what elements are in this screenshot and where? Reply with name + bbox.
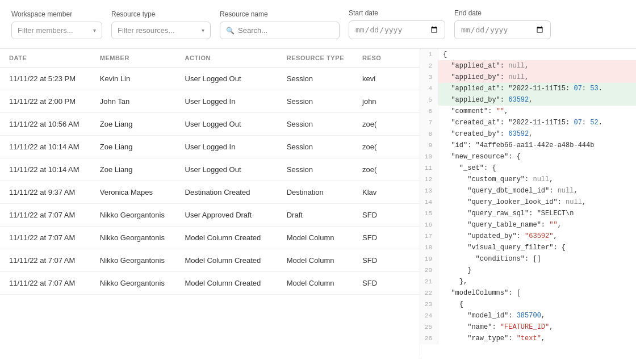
- json-line-content: "applied_at": "2022-11-11T15: 07: 53.: [438, 83, 636, 94]
- json-line-content: "query_raw_sql": "SELECT\n: [438, 208, 636, 219]
- json-line: 2 "applied_at": null,: [420, 60, 636, 72]
- table-row[interactable]: 11/11/22 at 7:07 AM Nikko Georgantonis M…: [0, 227, 420, 249]
- json-line-content: "updated_by": "63592",: [438, 231, 636, 242]
- cell-member: Nikko Georgantonis: [91, 227, 176, 249]
- resource-type-filter: Resource type Filter resources... ▾: [111, 10, 211, 39]
- cell-action: User Logged Out: [176, 113, 278, 136]
- json-lines: 1{2 "applied_at": null,3 "applied_by": n…: [420, 49, 636, 344]
- cell-resource-name: zoe(: [353, 113, 420, 136]
- json-line: 11 "_set": {: [420, 162, 636, 174]
- resource-name-input[interactable]: [238, 26, 333, 35]
- json-line-number: 20: [420, 265, 438, 276]
- start-date-filter: Start date: [349, 9, 445, 39]
- cell-resource-name: SFD: [353, 272, 420, 295]
- json-line: 18 "visual_query_filter": {: [420, 242, 636, 253]
- col-header-resource-name: RESO: [353, 49, 420, 68]
- resource-name-label: Resource name: [220, 10, 340, 18]
- json-line: 3 "applied_by": null,: [420, 72, 636, 83]
- cell-resource-name: SFD: [353, 249, 420, 272]
- json-line-content: "conditions": []: [438, 253, 636, 265]
- json-line-number: 3: [420, 72, 438, 83]
- col-header-resource-type: RESOURCE TYPE: [278, 49, 353, 68]
- cell-action: User Approved Draft: [176, 204, 278, 227]
- resource-type-select[interactable]: Filter resources... ▾: [111, 22, 211, 39]
- cell-date: 11/11/22 at 7:07 AM: [0, 204, 91, 227]
- json-line: 23 {: [420, 299, 636, 310]
- json-line-content: "model_id": 385700,: [438, 310, 636, 321]
- table-row[interactable]: 11/11/22 at 10:14 AM Zoe Liang User Logg…: [0, 136, 420, 158]
- json-line-number: 5: [420, 94, 438, 106]
- resource-name-input-wrapper: 🔍: [220, 22, 340, 39]
- table-row[interactable]: 11/11/22 at 10:56 AM Zoe Liang User Logg…: [0, 113, 420, 136]
- cell-member: John Tan: [91, 90, 176, 113]
- json-line-number: 12: [420, 174, 438, 185]
- json-line-content: "name": "FEATURE_ID",: [438, 321, 636, 333]
- cell-member: Veronica Mapes: [91, 181, 176, 204]
- json-line-content: "custom_query": null,: [438, 174, 636, 185]
- cell-resource-type: Session: [278, 136, 353, 158]
- main-content: DATE MEMBER ACTION RESOURCE TYPE RESO 11…: [0, 49, 636, 356]
- cell-action: Destination Created: [176, 181, 278, 204]
- json-line: 12 "custom_query": null,: [420, 174, 636, 185]
- table-header-row: DATE MEMBER ACTION RESOURCE TYPE RESO: [0, 49, 420, 68]
- end-date-input[interactable]: [454, 20, 551, 39]
- json-line: 22 "modelColumns": [: [420, 287, 636, 299]
- json-line-content: "_set": {: [438, 162, 636, 174]
- json-line-content: "query_table_name": "",: [438, 219, 636, 231]
- cell-action: Model Column Created: [176, 272, 278, 295]
- cell-member: Zoe Liang: [91, 113, 176, 136]
- resource-name-filter: Resource name 🔍: [220, 10, 340, 39]
- end-date-label: End date: [454, 9, 551, 17]
- json-line-number: 15: [420, 208, 438, 219]
- json-line-content: },: [438, 276, 636, 287]
- cell-resource-type: Session: [278, 90, 353, 113]
- cell-resource-name: SFD: [353, 204, 420, 227]
- audit-log-table-section: DATE MEMBER ACTION RESOURCE TYPE RESO 11…: [0, 49, 420, 356]
- start-date-input[interactable]: [349, 20, 445, 39]
- cell-action: Model Column Created: [176, 249, 278, 272]
- json-line-number: 14: [420, 196, 438, 208]
- table-row[interactable]: 11/11/22 at 7:07 AM Nikko Georgantonis M…: [0, 249, 420, 272]
- cell-action: User Logged In: [176, 90, 278, 113]
- json-line: 24 "model_id": 385700,: [420, 310, 636, 321]
- cell-action: User Logged Out: [176, 68, 278, 90]
- json-line: 19 "conditions": []: [420, 253, 636, 265]
- cell-resource-name: zoe(: [353, 158, 420, 181]
- resource-type-label: Resource type: [111, 10, 211, 18]
- table-row[interactable]: 11/11/22 at 2:00 PM John Tan User Logged…: [0, 90, 420, 113]
- cell-resource-type: Session: [278, 113, 353, 136]
- cell-date: 11/11/22 at 10:14 AM: [0, 136, 91, 158]
- json-line-number: 7: [420, 117, 438, 128]
- json-line-number: 23: [420, 299, 438, 310]
- filters-bar: Workspace member Filter members... ▾ Res…: [0, 0, 636, 49]
- json-line-number: 4: [420, 83, 438, 94]
- table-body: 11/11/22 at 5:23 PM Kevin Lin User Logge…: [0, 68, 420, 295]
- workspace-member-value: Filter members...: [18, 26, 73, 35]
- workspace-member-select[interactable]: Filter members... ▾: [11, 22, 102, 39]
- json-line-number: 24: [420, 310, 438, 321]
- json-line-content: "raw_type": "text",: [438, 333, 636, 344]
- table-row[interactable]: 11/11/22 at 9:37 AM Veronica Mapes Desti…: [0, 181, 420, 204]
- cell-member: Zoe Liang: [91, 136, 176, 158]
- json-line-number: 18: [420, 242, 438, 253]
- json-line-number: 1: [420, 49, 438, 60]
- table-row[interactable]: 11/11/22 at 7:07 AM Nikko Georgantonis M…: [0, 272, 420, 295]
- json-line-content: "id": "4affeb66-aa11-442e-a48b-444b: [438, 140, 636, 151]
- cell-member: Nikko Georgantonis: [91, 272, 176, 295]
- cell-date: 11/11/22 at 2:00 PM: [0, 90, 91, 113]
- cell-date: 11/11/22 at 7:07 AM: [0, 272, 91, 295]
- table-row[interactable]: 11/11/22 at 7:07 AM Nikko Georgantonis U…: [0, 204, 420, 227]
- json-line: 15 "query_raw_sql": "SELECT\n: [420, 208, 636, 219]
- json-line: 20 }: [420, 265, 636, 276]
- cell-resource-type: Model Column: [278, 272, 353, 295]
- cell-resource-type: Session: [278, 158, 353, 181]
- json-line-number: 17: [420, 231, 438, 242]
- col-header-date: DATE: [0, 49, 91, 68]
- json-diff-panel: 1{2 "applied_at": null,3 "applied_by": n…: [420, 49, 636, 356]
- cell-action: Model Column Created: [176, 227, 278, 249]
- table-row[interactable]: 11/11/22 at 10:14 AM Zoe Liang User Logg…: [0, 158, 420, 181]
- cell-member: Nikko Georgantonis: [91, 249, 176, 272]
- json-line-content: }: [438, 265, 636, 276]
- table-row[interactable]: 11/11/22 at 5:23 PM Kevin Lin User Logge…: [0, 68, 420, 90]
- workspace-member-chevron-icon: ▾: [93, 27, 96, 34]
